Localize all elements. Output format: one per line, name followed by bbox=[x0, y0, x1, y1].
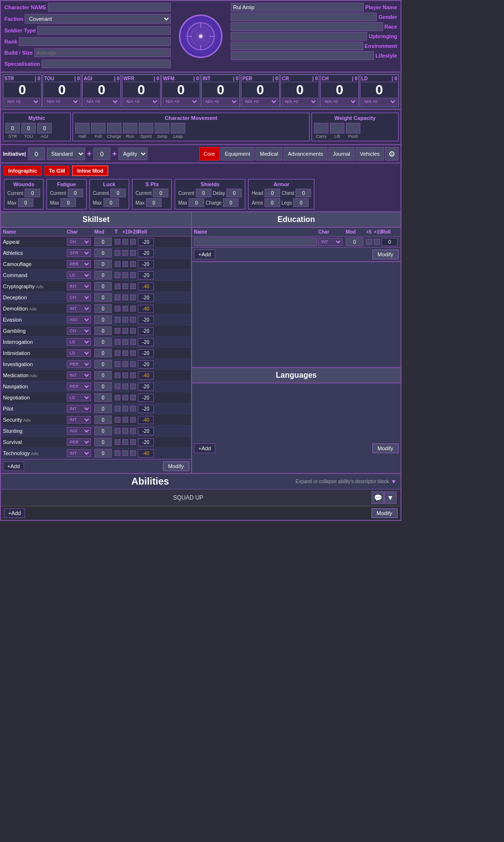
skill-char-select[interactable]: STRTOUAGIWFRWFMINTPERCRCHLD bbox=[67, 305, 91, 312]
armor-head-input[interactable] bbox=[265, 189, 280, 197]
tab-medical[interactable]: Medical bbox=[255, 147, 282, 161]
initiative-mode-select[interactable]: Standard Advanced bbox=[47, 148, 85, 160]
stat-cr-dropdown[interactable]: N/A +0 bbox=[282, 98, 318, 105]
mythic-tou-input[interactable] bbox=[21, 123, 36, 133]
s-pts-current-input[interactable] bbox=[153, 189, 168, 197]
stat-ch-dropdown[interactable]: N/A +0 bbox=[322, 98, 357, 105]
character-name-input[interactable] bbox=[48, 3, 171, 12]
skill-checkbox-20[interactable] bbox=[130, 350, 136, 356]
skill-checkbox-10[interactable] bbox=[122, 384, 128, 389]
skill-mod-input[interactable] bbox=[94, 382, 112, 391]
skill-checkbox-10[interactable] bbox=[122, 239, 128, 245]
skill-checkbox-10[interactable] bbox=[122, 317, 128, 323]
fatigue-current-input[interactable] bbox=[68, 189, 83, 197]
skill-checkbox-10[interactable] bbox=[122, 439, 128, 445]
skill-char-select[interactable]: STRTOUAGIWFRWFMINTPERCRCHLD bbox=[67, 371, 91, 379]
initiative-bonus-input[interactable] bbox=[93, 148, 110, 160]
skill-checkbox-10[interactable] bbox=[122, 417, 128, 423]
skill-checkbox-t[interactable] bbox=[115, 350, 120, 356]
armor-arms-input[interactable] bbox=[265, 198, 280, 207]
skill-checkbox-10[interactable] bbox=[122, 372, 128, 378]
skill-mod-input[interactable] bbox=[94, 237, 112, 246]
skill-checkbox-t[interactable] bbox=[115, 428, 120, 434]
skill-char-select[interactable]: STRTOUAGIWFRWFMINTPERCRCHLD bbox=[67, 405, 91, 413]
skill-checkbox-20[interactable] bbox=[130, 361, 136, 367]
skill-mod-input[interactable] bbox=[94, 260, 112, 268]
skill-checkbox-t[interactable] bbox=[115, 450, 120, 456]
skill-char-select[interactable]: STRTOUAGIWFRWFMINTPERCRCHLD bbox=[67, 438, 91, 446]
lifestyle-input[interactable] bbox=[231, 51, 374, 60]
skill-checkbox-20[interactable] bbox=[130, 283, 136, 289]
edu-check-10[interactable] bbox=[374, 239, 380, 245]
skill-checkbox-t[interactable] bbox=[115, 384, 120, 389]
specialisation-input[interactable] bbox=[42, 59, 171, 68]
skill-checkbox-20[interactable] bbox=[130, 395, 136, 400]
skill-checkbox-10[interactable] bbox=[122, 395, 128, 400]
shields-delay-input[interactable] bbox=[226, 189, 242, 197]
stat-tou-dropdown[interactable]: N/A +0 bbox=[44, 98, 80, 105]
initiative-input[interactable] bbox=[28, 148, 45, 160]
skill-mod-input[interactable] bbox=[94, 249, 112, 257]
stat-str-dropdown[interactable]: N/A +0 bbox=[4, 98, 40, 105]
skill-char-select[interactable]: STRTOUAGIWFRWFMINTPERCRCHLD bbox=[67, 294, 91, 301]
skill-mod-input[interactable] bbox=[94, 427, 112, 435]
edu-mod-input[interactable] bbox=[346, 237, 363, 246]
skill-checkbox-20[interactable] bbox=[130, 439, 136, 445]
skill-mod-input[interactable] bbox=[94, 371, 112, 380]
skill-checkbox-t[interactable] bbox=[115, 239, 120, 245]
skill-checkbox-t[interactable] bbox=[115, 372, 120, 378]
skill-char-select[interactable]: STRTOUAGIWFRWFMINTPERCRCHLD bbox=[67, 327, 91, 335]
skill-checkbox-20[interactable] bbox=[130, 339, 136, 345]
movement-leap-input[interactable] bbox=[171, 123, 185, 133]
skill-checkbox-t[interactable] bbox=[115, 395, 120, 400]
skill-checkbox-10[interactable] bbox=[122, 261, 128, 267]
skill-char-select[interactable]: STRTOUAGIWFRWFMINTPERCRCHLD bbox=[67, 349, 91, 357]
skill-checkbox-t[interactable] bbox=[115, 272, 120, 278]
upbringing-input[interactable] bbox=[231, 32, 367, 41]
squad-chat-icon[interactable]: 💬 bbox=[371, 491, 384, 504]
skill-mod-input[interactable] bbox=[94, 304, 112, 313]
skill-mod-input[interactable] bbox=[94, 393, 112, 402]
initiative-char-select[interactable]: Agility STR bbox=[119, 148, 148, 160]
skill-checkbox-20[interactable] bbox=[130, 384, 136, 389]
skill-char-select[interactable]: STRTOUAGIWFRWFMINTPERCRCHLD bbox=[67, 394, 91, 401]
skill-mod-input[interactable] bbox=[94, 349, 112, 357]
mythic-agi-input[interactable] bbox=[37, 123, 52, 133]
skill-checkbox-t[interactable] bbox=[115, 439, 120, 445]
tab-vehicles[interactable]: Vehicles bbox=[356, 147, 384, 161]
luck-current-input[interactable] bbox=[110, 189, 126, 197]
skill-checkbox-t[interactable] bbox=[115, 306, 120, 311]
player-name-input[interactable] bbox=[231, 3, 364, 12]
skill-checkbox-20[interactable] bbox=[130, 328, 136, 334]
rank-input[interactable] bbox=[19, 37, 171, 46]
skill-checkbox-20[interactable] bbox=[130, 317, 136, 323]
movement-half-input[interactable] bbox=[75, 123, 89, 133]
shields-charge-input[interactable] bbox=[223, 198, 238, 207]
skill-mod-input[interactable] bbox=[94, 271, 112, 280]
skill-checkbox-10[interactable] bbox=[122, 295, 128, 300]
skill-char-select[interactable]: STRTOUAGIWFRWFMINTPERCRCHLD bbox=[67, 282, 91, 290]
skill-checkbox-20[interactable] bbox=[130, 417, 136, 423]
stat-int-dropdown[interactable]: N/A +0 bbox=[203, 98, 238, 105]
squad-collapse-icon[interactable]: ▼ bbox=[384, 491, 397, 504]
abilities-modify-button[interactable]: Modify bbox=[371, 508, 398, 518]
skill-char-select[interactable]: STRTOUAGIWFRWFMINTPERCRCHLD bbox=[67, 427, 91, 435]
skill-checkbox-20[interactable] bbox=[130, 272, 136, 278]
skill-checkbox-20[interactable] bbox=[130, 450, 136, 456]
tab-advancements[interactable]: Advancements bbox=[283, 147, 327, 161]
skill-checkbox-t[interactable] bbox=[115, 361, 120, 367]
wounds-max-input[interactable] bbox=[18, 198, 33, 207]
environment-input[interactable] bbox=[231, 42, 363, 50]
mythic-str-input[interactable] bbox=[5, 123, 20, 133]
race-input[interactable] bbox=[231, 22, 383, 31]
armor-legs-input[interactable] bbox=[293, 198, 309, 207]
skill-checkbox-t[interactable] bbox=[115, 261, 120, 267]
shields-current-input[interactable] bbox=[196, 189, 211, 197]
skill-checkbox-10[interactable] bbox=[122, 361, 128, 367]
education-add-button[interactable]: +Add bbox=[194, 250, 215, 259]
skill-mod-input[interactable] bbox=[94, 326, 112, 335]
skill-char-select[interactable]: STRTOUAGIWFRWFMINTPERCRCHLD bbox=[67, 249, 91, 257]
tab-equipment[interactable]: Equipment bbox=[221, 147, 255, 161]
weight-lift-input[interactable] bbox=[330, 123, 344, 133]
skill-mod-input[interactable] bbox=[94, 438, 112, 446]
